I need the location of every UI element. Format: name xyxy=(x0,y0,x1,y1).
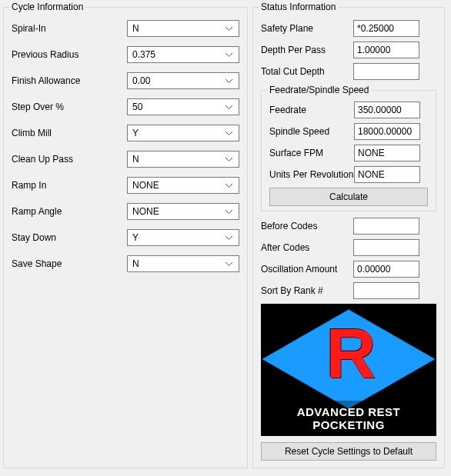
cycle-information-legend: Cycle Information xyxy=(9,2,85,12)
label-total-cut-depth: Total Cut Depth xyxy=(261,66,353,77)
label-depth-per-pass: Depth Per Pass xyxy=(261,45,353,55)
cycle-information-group: Cycle Information Spiral-In N Previous R… xyxy=(3,2,248,468)
input-after-codes[interactable] xyxy=(353,239,419,256)
input-before-codes[interactable] xyxy=(353,218,419,235)
combo-spiral-in[interactable]: N xyxy=(127,20,239,37)
row-step-over: Step Over % 50 xyxy=(12,98,239,115)
label-oscillation-amount: Oscillation Amount xyxy=(261,264,353,275)
row-previous-radius: Previous Radius 0.375 xyxy=(12,46,239,63)
preview-letter: R xyxy=(326,319,372,388)
reset-cycle-button[interactable]: Reset Cycle Settings to Default xyxy=(261,442,436,461)
row-climb-mill: Climb Mill Y xyxy=(12,125,239,141)
chevron-down-icon xyxy=(222,257,236,271)
label-climb-mill: Climb Mill xyxy=(12,128,127,138)
chevron-down-icon xyxy=(222,74,236,88)
label-ramp-in: Ramp In xyxy=(12,180,127,191)
label-feedrate: Feedrate xyxy=(269,105,354,115)
row-clean-up-pass: Clean Up Pass N xyxy=(12,151,239,168)
combo-step-over[interactable]: 50 xyxy=(127,98,239,115)
row-depth-per-pass: Depth Per Pass xyxy=(261,42,436,58)
combo-ramp-angle[interactable]: NONE xyxy=(127,203,239,220)
label-previous-radius: Previous Radius xyxy=(12,49,127,60)
combo-stay-down[interactable]: Y xyxy=(127,229,239,246)
row-ramp-in: Ramp In NONE xyxy=(12,177,239,194)
combo-ramp-in[interactable]: NONE xyxy=(127,177,239,194)
row-spiral-in: Spiral-In N xyxy=(12,20,239,37)
label-save-shape: Save Shape xyxy=(12,258,127,269)
row-sort-by-rank: Sort By Rank # xyxy=(261,282,436,299)
preview-image: R ADVANCED REST POCKETING xyxy=(261,304,436,436)
row-surface-fpm: Surface FPM xyxy=(269,145,428,161)
chevron-down-icon xyxy=(222,178,236,192)
combo-climb-mill[interactable]: Y xyxy=(127,125,239,141)
input-total-cut-depth[interactable] xyxy=(353,63,419,80)
chevron-down-icon xyxy=(222,126,236,140)
combo-previous-radius[interactable]: 0.375 xyxy=(127,46,239,63)
row-safety-plane: Safety Plane xyxy=(261,20,436,37)
label-surface-fpm: Surface FPM xyxy=(269,148,354,158)
row-spindle-speed: Spindle Speed xyxy=(269,123,428,140)
label-step-over: Step Over % xyxy=(12,102,127,112)
chevron-down-icon xyxy=(222,100,236,114)
input-surface-fpm[interactable] xyxy=(354,145,420,161)
input-sort-by-rank[interactable] xyxy=(353,282,419,299)
row-feedrate: Feedrate xyxy=(269,102,428,118)
feedrate-spindle-group: Feedrate/Spindle Speed Feedrate Spindle … xyxy=(261,85,436,211)
preview-caption: ADVANCED REST POCKETING xyxy=(261,401,436,436)
input-depth-per-pass[interactable] xyxy=(353,42,419,58)
combo-save-shape[interactable]: N xyxy=(127,255,239,272)
chevron-down-icon xyxy=(222,22,236,35)
combo-finish-allowance[interactable]: 0.00 xyxy=(127,72,239,89)
label-finish-allowance: Finish Allowance xyxy=(12,75,127,86)
chevron-down-icon xyxy=(222,152,236,166)
input-oscillation-amount[interactable] xyxy=(353,261,419,278)
input-units-per-rev[interactable] xyxy=(354,166,420,183)
status-information-group: Status Information Safety Plane Depth Pe… xyxy=(252,2,445,468)
label-units-per-rev: Units Per Revolution xyxy=(269,169,354,180)
label-before-codes: Before Codes xyxy=(261,221,353,231)
label-after-codes: After Codes xyxy=(261,242,353,253)
chevron-down-icon xyxy=(222,231,236,245)
chevron-down-icon xyxy=(222,48,236,62)
label-sort-by-rank: Sort By Rank # xyxy=(261,285,353,296)
row-ramp-angle: Ramp Angle NONE xyxy=(12,203,239,220)
row-total-cut-depth: Total Cut Depth xyxy=(261,63,436,80)
input-feedrate[interactable] xyxy=(354,102,420,118)
feedrate-spindle-legend: Feedrate/Spindle Speed xyxy=(267,85,371,95)
row-oscillation-amount: Oscillation Amount xyxy=(261,261,436,278)
row-save-shape: Save Shape N xyxy=(12,255,239,272)
label-spiral-in: Spiral-In xyxy=(12,23,127,34)
label-spindle-speed: Spindle Speed xyxy=(269,126,354,137)
row-stay-down: Stay Down Y xyxy=(12,229,239,246)
label-safety-plane: Safety Plane xyxy=(261,23,353,34)
label-ramp-angle: Ramp Angle xyxy=(12,206,127,217)
chevron-down-icon xyxy=(222,205,236,218)
label-stay-down: Stay Down xyxy=(12,232,127,243)
row-units-per-rev: Units Per Revolution xyxy=(269,166,428,183)
input-safety-plane[interactable] xyxy=(353,20,419,37)
row-after-codes: After Codes xyxy=(261,239,436,256)
label-clean-up-pass: Clean Up Pass xyxy=(12,154,127,165)
combo-clean-up-pass[interactable]: N xyxy=(127,151,239,168)
input-spindle-speed[interactable] xyxy=(354,123,420,140)
calculate-button[interactable]: Calculate xyxy=(269,188,428,206)
row-finish-allowance: Finish Allowance 0.00 xyxy=(12,72,239,89)
row-before-codes: Before Codes xyxy=(261,218,436,235)
status-information-legend: Status Information xyxy=(259,2,338,12)
